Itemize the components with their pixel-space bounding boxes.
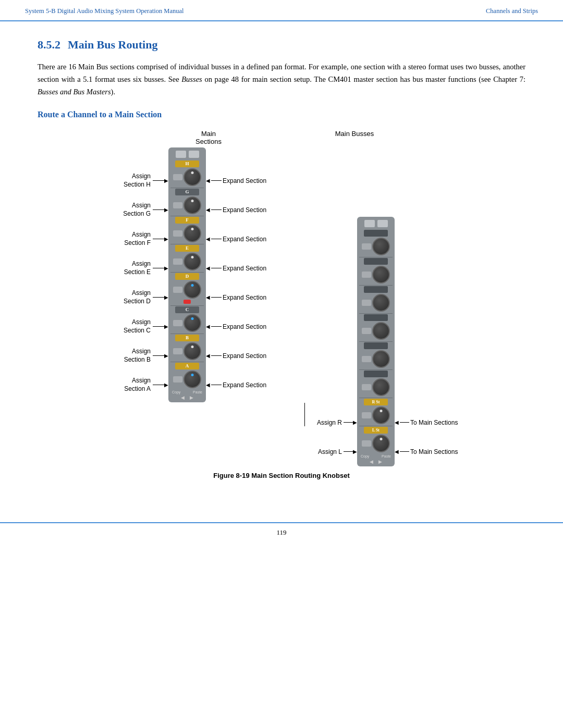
ann-assign-a: AssignSection A	[124, 377, 151, 393]
ann-assign-c: AssignSection C	[124, 318, 151, 335]
page-content: 8.5.2 Main Bus Routing There are 16 Main…	[0, 21, 563, 512]
to-main-sections-l: To Main Sections	[410, 448, 458, 455]
ann-assign-h: AssignSection H	[124, 172, 151, 189]
section-number: 8.5.2	[38, 38, 60, 52]
ann-assign-e: AssignSection E	[124, 260, 151, 276]
bus-copy-label: Copy	[361, 454, 369, 458]
main-sections-strip: H G	[168, 147, 206, 402]
ann-assign-l: Assign L	[318, 448, 342, 455]
bus-paste-label: Paste	[382, 454, 391, 458]
body-paragraph: There are 16 Main Bus sections comprised…	[38, 61, 525, 98]
expand-h: Expand Section	[223, 177, 266, 184]
expand-e: Expand Section	[223, 265, 266, 272]
main-sections-label: Main Sections	[188, 130, 229, 145]
main-busses-strip: R St L St	[357, 217, 395, 466]
subsection-heading: Route a Channel to a Main Section	[38, 110, 525, 119]
diagram: Main Sections Main Busses AssignSection …	[78, 130, 485, 479]
expand-g: Expand Section	[223, 206, 266, 214]
expand-a: Expand Section	[223, 381, 266, 389]
section-heading: 8.5.2 Main Bus Routing	[38, 38, 525, 52]
page-footer: 119	[0, 522, 563, 542]
expand-c: Expand Section	[223, 323, 266, 330]
header-left: System 5-B Digital Audio Mixing System O…	[25, 7, 184, 15]
page-number: 119	[276, 528, 286, 537]
header-right: Channels and Strips	[486, 7, 538, 15]
ann-assign-r: Assign R	[317, 419, 342, 426]
copy-label: Copy	[172, 390, 180, 394]
ann-assign-d: AssignSection D	[124, 289, 151, 305]
page-header: System 5-B Digital Audio Mixing System O…	[0, 0, 563, 21]
ann-assign-b: AssignSection B	[124, 348, 151, 364]
figure-caption: Figure 8-19 Main Section Routing Knobset	[78, 472, 485, 479]
section-title: Main Bus Routing	[68, 38, 157, 52]
ann-assign-g: AssignSection G	[123, 202, 151, 218]
expand-f: Expand Section	[223, 236, 266, 243]
expand-d: Expand Section	[223, 294, 266, 301]
ann-assign-f: AssignSection F	[124, 231, 151, 247]
to-main-sections-r: To Main Sections	[410, 419, 458, 426]
paste-label: Paste	[193, 390, 202, 394]
expand-b: Expand Section	[223, 352, 266, 360]
main-busses-label: Main Busses	[334, 130, 375, 145]
